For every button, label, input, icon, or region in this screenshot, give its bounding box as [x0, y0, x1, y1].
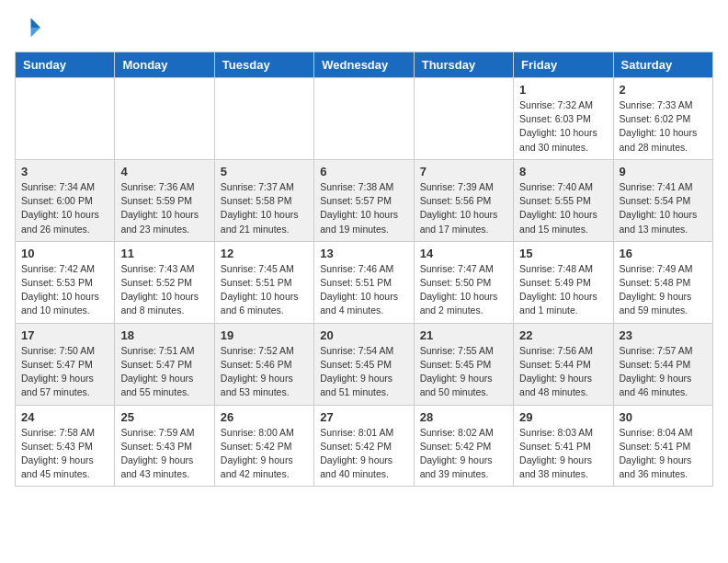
day-info: Sunrise: 7:42 AM Sunset: 5:53 PM Dayligh…: [21, 262, 108, 318]
weekday-header-sunday: Sunday: [16, 52, 115, 78]
calendar-cell: [214, 78, 313, 160]
calendar-cell: [115, 78, 214, 160]
calendar-cell: 29Sunrise: 8:03 AM Sunset: 5:41 PM Dayli…: [514, 405, 613, 487]
calendar-cell: 19Sunrise: 7:52 AM Sunset: 5:46 PM Dayli…: [214, 323, 313, 405]
day-number: 25: [120, 410, 208, 424]
calendar-cell: 25Sunrise: 7:59 AM Sunset: 5:43 PM Dayli…: [115, 405, 214, 487]
calendar-cell: 14Sunrise: 7:47 AM Sunset: 5:50 PM Dayli…: [414, 241, 513, 323]
day-number: 9: [620, 165, 707, 178]
svg-marker-0: [31, 18, 41, 29]
day-number: 21: [420, 328, 507, 342]
day-info: Sunrise: 7:57 AM Sunset: 5:44 PM Dayligh…: [620, 344, 707, 400]
calendar-cell: 3Sunrise: 7:34 AM Sunset: 6:00 PM Daylig…: [16, 159, 115, 241]
day-number: 23: [620, 328, 707, 342]
day-info: Sunrise: 7:56 AM Sunset: 5:44 PM Dayligh…: [519, 344, 607, 400]
calendar-cell: [16, 78, 115, 160]
day-number: 26: [221, 410, 308, 424]
calendar-cell: 22Sunrise: 7:56 AM Sunset: 5:44 PM Dayli…: [514, 323, 613, 405]
day-info: Sunrise: 7:59 AM Sunset: 5:43 PM Dayligh…: [120, 426, 208, 482]
weekday-header-wednesday: Wednesday: [314, 52, 414, 78]
week-row-1: 1Sunrise: 7:32 AM Sunset: 6:03 PM Daylig…: [16, 78, 713, 160]
day-number: 29: [519, 410, 607, 424]
calendar-cell: 27Sunrise: 8:01 AM Sunset: 5:42 PM Dayli…: [314, 405, 414, 487]
calendar-table: SundayMondayTuesdayWednesdayThursdayFrid…: [15, 52, 713, 487]
weekday-header-thursday: Thursday: [414, 52, 513, 78]
day-number: 28: [420, 410, 507, 424]
day-info: Sunrise: 7:51 AM Sunset: 5:47 PM Dayligh…: [120, 344, 208, 400]
day-number: 13: [320, 247, 407, 260]
logo-icon: [15, 15, 40, 40]
calendar-cell: 30Sunrise: 8:04 AM Sunset: 5:41 PM Dayli…: [613, 405, 712, 487]
weekday-header-friday: Friday: [514, 52, 613, 78]
day-number: 11: [120, 247, 208, 260]
day-info: Sunrise: 7:50 AM Sunset: 5:47 PM Dayligh…: [21, 344, 108, 400]
day-info: Sunrise: 8:02 AM Sunset: 5:42 PM Dayligh…: [420, 426, 507, 482]
calendar-cell: 24Sunrise: 7:58 AM Sunset: 5:43 PM Dayli…: [16, 405, 115, 487]
calendar-cell: 1Sunrise: 7:32 AM Sunset: 6:03 PM Daylig…: [514, 78, 613, 160]
logo: [15, 15, 44, 40]
day-info: Sunrise: 7:46 AM Sunset: 5:51 PM Dayligh…: [320, 262, 407, 318]
day-info: Sunrise: 7:39 AM Sunset: 5:56 PM Dayligh…: [420, 180, 507, 236]
day-number: 10: [21, 247, 108, 260]
weekday-header-saturday: Saturday: [613, 52, 712, 78]
calendar-cell: 12Sunrise: 7:45 AM Sunset: 5:51 PM Dayli…: [214, 241, 313, 323]
calendar-cell: 18Sunrise: 7:51 AM Sunset: 5:47 PM Dayli…: [115, 323, 214, 405]
day-number: 16: [620, 247, 707, 260]
week-row-2: 3Sunrise: 7:34 AM Sunset: 6:00 PM Daylig…: [16, 159, 713, 241]
day-info: Sunrise: 7:55 AM Sunset: 5:45 PM Dayligh…: [420, 344, 507, 400]
calendar-cell: 20Sunrise: 7:54 AM Sunset: 5:45 PM Dayli…: [314, 323, 414, 405]
day-info: Sunrise: 8:04 AM Sunset: 5:41 PM Dayligh…: [620, 426, 707, 482]
day-number: 1: [519, 83, 607, 97]
calendar-cell: 9Sunrise: 7:41 AM Sunset: 5:54 PM Daylig…: [613, 159, 712, 241]
svg-marker-1: [31, 28, 41, 38]
day-info: Sunrise: 8:00 AM Sunset: 5:42 PM Dayligh…: [221, 426, 308, 482]
day-info: Sunrise: 7:41 AM Sunset: 5:54 PM Dayligh…: [620, 180, 707, 236]
day-number: 17: [21, 328, 108, 342]
day-info: Sunrise: 7:49 AM Sunset: 5:48 PM Dayligh…: [620, 262, 707, 318]
day-info: Sunrise: 7:38 AM Sunset: 5:57 PM Dayligh…: [320, 180, 407, 236]
day-number: 8: [519, 165, 607, 178]
weekday-header-tuesday: Tuesday: [214, 52, 313, 78]
day-info: Sunrise: 7:58 AM Sunset: 5:43 PM Dayligh…: [21, 426, 108, 482]
calendar-cell: 10Sunrise: 7:42 AM Sunset: 5:53 PM Dayli…: [16, 241, 115, 323]
day-number: 12: [221, 247, 308, 260]
calendar-cell: 6Sunrise: 7:38 AM Sunset: 5:57 PM Daylig…: [314, 159, 414, 241]
calendar-cell: [314, 78, 414, 160]
day-number: 4: [120, 165, 208, 178]
day-number: 14: [420, 247, 507, 260]
day-number: 15: [519, 247, 607, 260]
calendar-cell: 23Sunrise: 7:57 AM Sunset: 5:44 PM Dayli…: [613, 323, 712, 405]
calendar-cell: 28Sunrise: 8:02 AM Sunset: 5:42 PM Dayli…: [414, 405, 513, 487]
day-number: 7: [420, 165, 507, 178]
calendar-cell: 11Sunrise: 7:43 AM Sunset: 5:52 PM Dayli…: [115, 241, 214, 323]
weekday-header-monday: Monday: [115, 52, 214, 78]
day-info: Sunrise: 8:03 AM Sunset: 5:41 PM Dayligh…: [519, 426, 607, 482]
week-row-4: 17Sunrise: 7:50 AM Sunset: 5:47 PM Dayli…: [16, 323, 713, 405]
calendar-cell: 5Sunrise: 7:37 AM Sunset: 5:58 PM Daylig…: [214, 159, 313, 241]
calendar-cell: 8Sunrise: 7:40 AM Sunset: 5:55 PM Daylig…: [514, 159, 613, 241]
calendar-cell: 4Sunrise: 7:36 AM Sunset: 5:59 PM Daylig…: [115, 159, 214, 241]
day-info: Sunrise: 8:01 AM Sunset: 5:42 PM Dayligh…: [320, 426, 407, 482]
day-number: 19: [221, 328, 308, 342]
day-number: 18: [120, 328, 208, 342]
day-info: Sunrise: 7:54 AM Sunset: 5:45 PM Dayligh…: [320, 344, 407, 400]
day-number: 3: [21, 165, 108, 178]
calendar-cell: 13Sunrise: 7:46 AM Sunset: 5:51 PM Dayli…: [314, 241, 414, 323]
day-number: 22: [519, 328, 607, 342]
calendar-cell: 16Sunrise: 7:49 AM Sunset: 5:48 PM Dayli…: [613, 241, 712, 323]
day-info: Sunrise: 7:48 AM Sunset: 5:49 PM Dayligh…: [519, 262, 607, 318]
calendar-cell: 17Sunrise: 7:50 AM Sunset: 5:47 PM Dayli…: [16, 323, 115, 405]
day-info: Sunrise: 7:34 AM Sunset: 6:00 PM Dayligh…: [21, 180, 108, 236]
calendar-cell: 21Sunrise: 7:55 AM Sunset: 5:45 PM Dayli…: [414, 323, 513, 405]
calendar-cell: 15Sunrise: 7:48 AM Sunset: 5:49 PM Dayli…: [514, 241, 613, 323]
day-number: 20: [320, 328, 407, 342]
day-info: Sunrise: 7:36 AM Sunset: 5:59 PM Dayligh…: [120, 180, 208, 236]
day-info: Sunrise: 7:45 AM Sunset: 5:51 PM Dayligh…: [221, 262, 308, 318]
day-info: Sunrise: 7:47 AM Sunset: 5:50 PM Dayligh…: [420, 262, 507, 318]
week-row-5: 24Sunrise: 7:58 AM Sunset: 5:43 PM Dayli…: [16, 405, 713, 487]
day-info: Sunrise: 7:52 AM Sunset: 5:46 PM Dayligh…: [221, 344, 308, 400]
weekday-header-row: SundayMondayTuesdayWednesdayThursdayFrid…: [16, 52, 713, 78]
day-number: 27: [320, 410, 407, 424]
calendar-cell: 2Sunrise: 7:33 AM Sunset: 6:02 PM Daylig…: [613, 78, 712, 160]
week-row-3: 10Sunrise: 7:42 AM Sunset: 5:53 PM Dayli…: [16, 241, 713, 323]
